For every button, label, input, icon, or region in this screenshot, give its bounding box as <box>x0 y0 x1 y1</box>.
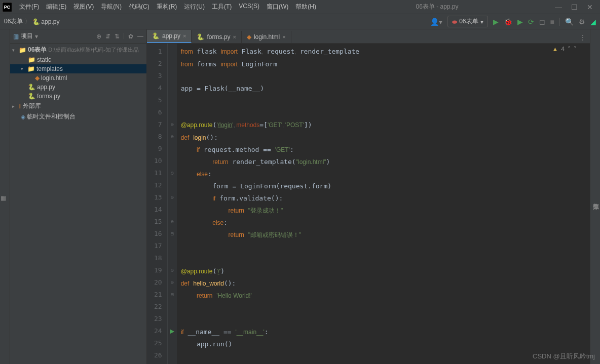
menu-tools[interactable]: 工具(T) <box>209 2 235 12</box>
menu-file[interactable]: 文件(F) <box>16 2 42 12</box>
editor-tabs: 🐍 app.py × 🐍 forms.py × ◆ login.html × ⋮ <box>147 29 590 44</box>
breadcrumb-separator-icon: 〉 <box>25 17 31 26</box>
python-file-icon: 🐍 <box>152 32 160 39</box>
coverage-icon[interactable]: ▶ <box>517 18 523 26</box>
close-icon[interactable]: × <box>282 34 285 40</box>
run-config-selector[interactable]: ⬬ 06表单 ▾ <box>447 16 488 27</box>
project-view-icon: ▥ <box>13 33 19 40</box>
tree-label: 外部库 <box>23 102 41 110</box>
breadcrumb-root[interactable]: 06表单 <box>4 17 23 26</box>
breadcrumb-file[interactable]: app.py <box>41 18 59 25</box>
tree-external-libs[interactable]: ▸ ⫴ 外部库 <box>10 101 146 111</box>
menu-window[interactable]: 窗口(W) <box>264 2 291 12</box>
collapse-icon[interactable]: ⇅ <box>115 33 120 40</box>
project-panel-title[interactable]: 项目 <box>21 32 33 41</box>
close-icon[interactable]: × <box>233 34 236 40</box>
tree-forms-py[interactable]: 🐍 forms.py <box>10 92 146 101</box>
tree-root-path: D:\桌面\flask框架\代码-知了传课出品 <box>48 46 138 54</box>
jetbrains-icon[interactable]: ◢ <box>590 18 596 26</box>
menu-edit[interactable]: 编辑(E) <box>43 2 69 12</box>
menu-vcs[interactable]: VCS(S) <box>236 2 262 12</box>
profile-icon[interactable]: ⟳ <box>528 18 534 26</box>
tree-root[interactable]: ▾ 📁 06表单 D:\桌面\flask框架\代码-知了传课出品 <box>10 45 146 55</box>
tree-label: templates <box>36 65 63 72</box>
maximize-icon[interactable]: ☐ <box>571 3 578 11</box>
right-gutter: 数据库 SciView <box>590 29 600 364</box>
tab-login-html[interactable]: ◆ login.html × <box>242 31 291 43</box>
html-file-icon: ◆ <box>247 33 251 41</box>
debug-icon[interactable]: 🐞 <box>504 18 512 26</box>
chevron-right-icon: ▸ <box>12 104 17 109</box>
tree-root-name: 06表单 <box>28 46 47 53</box>
fold-gutter[interactable]: ⊖⊖⊖⊖⊖⊟⊖⊖⊟▶ <box>168 44 177 364</box>
tree-static[interactable]: 📁 static <box>10 55 146 64</box>
database-tool-tab[interactable]: 数据库 <box>590 32 600 364</box>
hide-icon[interactable]: — <box>137 33 143 40</box>
flask-icon: ⬬ <box>452 18 457 25</box>
menubar: 文件(F) 编辑(E) 视图(V) 导航(N) 代码(C) 重构(R) 运行(U… <box>16 2 319 12</box>
tab-app-py[interactable]: 🐍 app.py × <box>147 30 192 43</box>
search-icon[interactable]: 🔍 <box>565 18 574 26</box>
tree-label: static <box>37 56 51 63</box>
separator <box>559 18 560 26</box>
tab-label: login.html <box>254 33 280 41</box>
python-file-icon: 🐍 <box>197 33 204 41</box>
breadcrumb: 06表单 〉 🐍 app.py <box>4 17 59 26</box>
menu-view[interactable]: 视图(V) <box>70 2 97 12</box>
library-icon: ⫴ <box>19 103 21 110</box>
titlebar: PC 文件(F) 编辑(E) 视图(V) 导航(N) 代码(C) 重构(R) 运… <box>0 0 600 14</box>
tree-templates[interactable]: ▾ 📁 templates <box>10 64 146 73</box>
tree-login-html[interactable]: ◆ login.html <box>10 73 146 83</box>
menu-navigate[interactable]: 导航(N) <box>98 2 125 12</box>
run-config-label: 06表单 <box>459 17 478 26</box>
tree-scratches[interactable]: ◈ 临时文件和控制台 <box>10 111 146 122</box>
close-icon[interactable]: × <box>183 33 186 39</box>
minimize-icon[interactable]: — <box>555 3 562 11</box>
stop-icon[interactable]: ■ <box>550 18 554 26</box>
python-file-icon: 🐍 <box>28 93 35 100</box>
code-area[interactable]: 1234567891011121314151617181920212223242… <box>147 44 590 364</box>
line-numbers: 1234567891011121314151617181920212223242… <box>147 44 168 364</box>
project-tree: ▾ 📁 06表单 D:\桌面\flask框架\代码-知了传课出品 📁 stati… <box>10 44 146 364</box>
gear-icon[interactable]: ✿ <box>128 33 133 40</box>
pycharm-logo-icon: PC <box>2 2 12 12</box>
python-file-icon: 🐍 <box>33 19 39 25</box>
tree-label: login.html <box>41 74 67 82</box>
html-file-icon: ◆ <box>35 74 40 82</box>
project-panel: ▥ 项目 ▾ ⊕ ⇵ ⇅ ✿ — ▾ 📁 06表单 D:\桌面\flask框架\… <box>10 29 147 364</box>
settings-icon[interactable]: ⚙ <box>579 18 585 26</box>
tree-label: forms.py <box>37 93 60 100</box>
tree-label: 临时文件和控制台 <box>27 112 76 121</box>
menu-refactor[interactable]: 重构(R) <box>154 2 180 12</box>
chevron-down-icon: ▾ <box>12 48 17 53</box>
code-content[interactable]: from flask import Flask, request, render… <box>177 44 590 364</box>
tab-menu-icon[interactable]: ⋮ <box>576 32 590 43</box>
chevron-down-icon: ▾ <box>21 66 26 71</box>
tab-label: forms.py <box>207 33 230 41</box>
tree-label: app.py <box>37 84 55 91</box>
tab-label: app.py <box>162 32 180 39</box>
chevron-down-icon[interactable]: ▾ <box>35 33 38 40</box>
watermark: CSDN @且听风吟tmj <box>533 352 595 361</box>
folder-icon: 📁 <box>19 47 26 54</box>
python-file-icon: 🐍 <box>28 84 35 91</box>
close-icon[interactable]: ✕ <box>587 3 593 11</box>
user-icon[interactable]: 👤▾ <box>430 18 442 26</box>
tab-forms-py[interactable]: 🐍 forms.py × <box>192 31 241 43</box>
toolbar: 06表单 〉 🐍 app.py 👤▾ ⬬ 06表单 ▾ ▶ 🐞 ▶ ⟳ ◻ ■ … <box>0 14 600 29</box>
menu-run[interactable]: 运行(U) <box>181 2 208 12</box>
menu-code[interactable]: 代码(C) <box>126 2 153 12</box>
scratch-icon: ◈ <box>21 113 25 120</box>
left-gutter[interactable]: ▦ <box>0 29 10 364</box>
menu-help[interactable]: 帮助(H) <box>292 2 319 12</box>
editor-area: 🐍 app.py × 🐍 forms.py × ◆ login.html × ⋮… <box>147 29 590 364</box>
target-icon[interactable]: ⊕ <box>96 33 101 40</box>
project-tool-tab[interactable]: ▦ <box>0 194 7 201</box>
expand-icon[interactable]: ⇵ <box>105 33 110 40</box>
tree-app-py[interactable]: 🐍 app.py <box>10 83 146 92</box>
window-controls: — ☐ ✕ <box>555 3 598 11</box>
chevron-down-icon: ▾ <box>480 18 483 25</box>
separator <box>124 33 124 39</box>
attach-icon[interactable]: ◻ <box>539 18 545 26</box>
run-icon[interactable]: ▶ <box>493 18 499 26</box>
